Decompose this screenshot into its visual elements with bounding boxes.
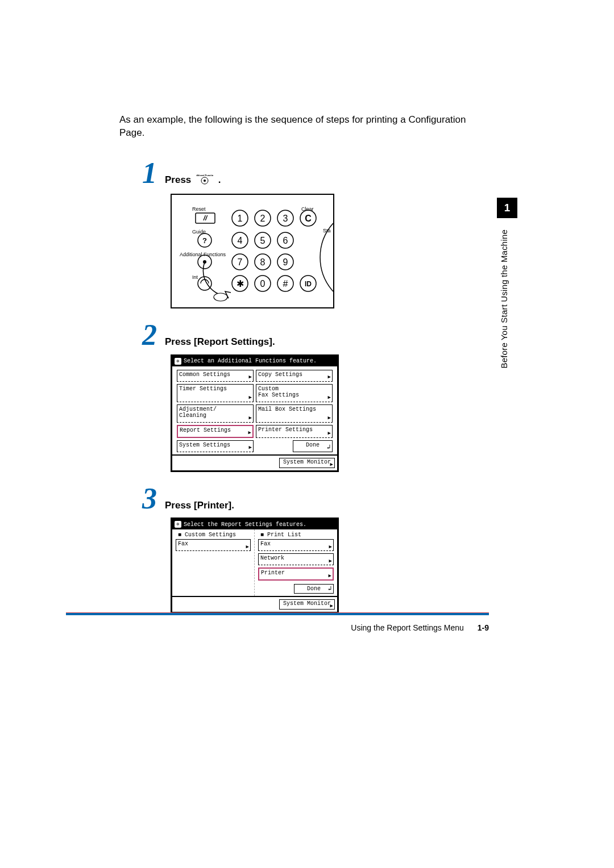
screen2-footer: System Monitor▶	[172, 454, 337, 470]
done-button[interactable]: Done↲	[293, 440, 333, 452]
done-button[interactable]: Done↲	[294, 584, 334, 594]
screen3-right: ■ Print List Fax▶ Network▶ Printer▶ Done…	[255, 529, 337, 596]
btn-copy-settings[interactable]: Copy Settings▶	[256, 370, 333, 382]
step-2-text: Press [Report Settings].	[165, 336, 275, 348]
screen3-body: ■ Custom Settings Fax▶ ■ Print List Fax▶…	[172, 529, 337, 596]
page: As an example, the following is the sequ…	[0, 0, 614, 868]
print-list-label: ■ Print List	[258, 532, 334, 539]
btn-printer[interactable]: Printer▶	[258, 567, 334, 581]
step-2: 2 Press [Report Settings]. ✲ Select an A…	[119, 322, 467, 472]
screen3-shot: ✲ Select the Report Settings features. ■…	[171, 518, 339, 614]
step-1: 1 Press Additional Functions . Rese	[119, 160, 467, 308]
svg-text://: //	[203, 214, 208, 222]
screen3: ✲ Select the Report Settings features. ■…	[171, 518, 467, 614]
btn-common-settings[interactable]: Common Settings▶	[177, 370, 254, 382]
footer-row: Using the Report Settings Menu 1-9	[66, 623, 489, 632]
svg-text:8: 8	[260, 257, 265, 267]
done-row: Done↲	[256, 440, 333, 452]
keypad-panel: Reset Guide Additional Functions Int Cle…	[171, 194, 334, 308]
af-icon-label: Additional Functions	[196, 174, 213, 177]
chapter-title: Before You Start Using the Machine	[499, 229, 509, 368]
btn-mail-box-settings[interactable]: Mail Box Settings▶	[256, 404, 333, 423]
step-3: 3 Press [Printer]. ✲ Select the Report S…	[119, 486, 467, 614]
svg-text:2: 2	[260, 214, 265, 223]
svg-text:6: 6	[283, 236, 288, 245]
step-3-text: Press [Printer].	[165, 500, 234, 511]
page-footer: Using the Report Settings Menu 1-9	[66, 612, 489, 632]
footer-title: Using the Report Settings Menu	[351, 623, 463, 632]
btn-adjustment-cleaning[interactable]: Adjustment/ Cleaning▶	[177, 404, 254, 423]
svg-text:4: 4	[238, 236, 243, 245]
svg-text:0: 0	[260, 279, 265, 289]
gear-icon: ✲	[175, 521, 181, 528]
content-column: As an example, the following is the sequ…	[119, 114, 467, 627]
svg-text:3: 3	[283, 214, 288, 223]
svg-text:✱: ✱	[237, 279, 244, 289]
screen2: ✲ Select an Additional Functions feature…	[171, 354, 467, 472]
custom-settings-label: ■ Custom Settings	[176, 532, 251, 539]
svg-text:ID: ID	[305, 280, 312, 288]
keypad-svg: // ?	[172, 195, 333, 307]
screen3-footer: System Monitor▶	[172, 596, 337, 612]
additional-functions-icon: Additional Functions	[196, 173, 213, 188]
btn-fax-custom[interactable]: Fax▶	[176, 539, 251, 551]
step-1-head: 1 Press Additional Functions .	[142, 160, 467, 188]
svg-text:1: 1	[238, 214, 243, 223]
btn-report-settings[interactable]: Report Settings▶	[177, 425, 254, 438]
intro-text: As an example, the following is the sequ…	[119, 114, 467, 140]
screen3-header: ✲ Select the Report Settings features.	[172, 519, 337, 529]
btn-system-settings[interactable]: System Settings▶	[177, 440, 254, 452]
screen2-shot: ✲ Select an Additional Functions feature…	[171, 354, 339, 472]
system-monitor-button[interactable]: System Monitor▶	[279, 458, 335, 468]
step-3-number: 3	[142, 486, 157, 512]
screen2-header: ✲ Select an Additional Functions feature…	[172, 356, 337, 366]
btn-custom-fax-settings[interactable]: Custom Fax Settings▶	[256, 384, 333, 402]
gear-icon: ✲	[175, 358, 181, 365]
page-number: 1-9	[478, 623, 489, 632]
btn-fax-print[interactable]: Fax▶	[258, 539, 334, 551]
chapter-tab: 1	[497, 198, 517, 218]
screen2-grid: Common Settings▶ Copy Settings▶ Timer Se…	[172, 366, 337, 454]
svg-text:5: 5	[260, 236, 265, 245]
step-1-number: 1	[142, 160, 157, 187]
footer-rule	[66, 612, 489, 615]
svg-text:C: C	[305, 214, 312, 223]
keypad-figure: Reset Guide Additional Functions Int Cle…	[171, 194, 467, 308]
svg-text:9: 9	[283, 257, 288, 267]
svg-point-37	[214, 293, 227, 301]
side-tab: 1 Before You Start Using the Machine	[495, 198, 517, 504]
screen3-left: ■ Custom Settings Fax▶	[172, 529, 255, 596]
step-3-head: 3 Press [Printer].	[142, 486, 467, 512]
btn-printer-settings[interactable]: Printer Settings▶	[256, 425, 333, 438]
step-2-head: 2 Press [Report Settings].	[142, 322, 467, 349]
btn-network[interactable]: Network▶	[258, 553, 334, 565]
step-2-number: 2	[142, 322, 157, 349]
step-1-text: Press Additional Functions .	[165, 173, 221, 188]
svg-text:7: 7	[238, 257, 243, 267]
svg-point-1	[204, 180, 206, 182]
system-monitor-button[interactable]: System Monitor▶	[279, 599, 335, 610]
svg-text:#: #	[283, 279, 288, 289]
svg-text:?: ?	[202, 236, 207, 245]
btn-timer-settings[interactable]: Timer Settings▶	[177, 384, 254, 402]
